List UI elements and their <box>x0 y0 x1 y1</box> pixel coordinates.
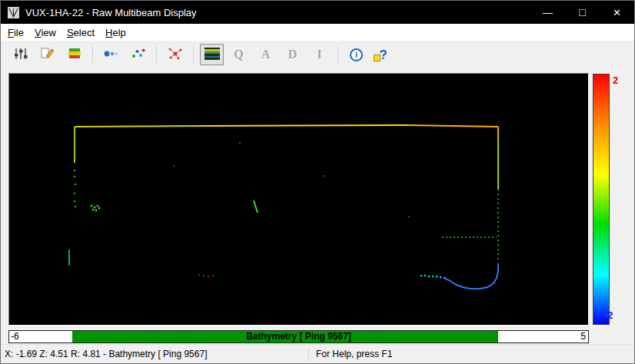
statusbar-help-text: For Help, press F1 <box>309 349 392 359</box>
toolbar-separator <box>193 46 194 63</box>
toolbar-separator <box>92 46 93 63</box>
toolbar: Q A D I i ? <box>1 41 634 68</box>
settings-sliders-button[interactable] <box>8 44 32 65</box>
info-button[interactable]: i <box>344 44 368 65</box>
toolbar-separator <box>156 46 157 63</box>
scatter-view-button[interactable] <box>126 44 150 65</box>
colorbar-min-value: 2 <box>607 309 613 321</box>
color-display-mode-button[interactable] <box>200 44 224 65</box>
letter-d-icon: D <box>288 48 298 61</box>
letter-q-icon: Q <box>234 48 243 61</box>
minimize-button[interactable]: — <box>530 1 565 24</box>
cursor-position-readout: X: -1.69 Z: 4.51 R: 4.81 - Bathymetry [ … <box>1 349 308 359</box>
colorbar-min-label: -2 <box>604 310 613 320</box>
display-canvas[interactable] <box>8 73 589 326</box>
menu-select[interactable]: Select <box>62 25 100 40</box>
colorbar-column: 2 -2 <box>593 73 635 326</box>
range-bar-label: Bathymetry [ Ping 9567] <box>9 331 588 342</box>
colorbar-gradient <box>593 74 610 325</box>
pencil-icon <box>40 47 55 63</box>
mode-i-button[interactable]: I <box>308 44 331 65</box>
menu-help[interactable]: Help <box>100 25 131 40</box>
title-bar: VUX-1HA-22 - Raw Multibeam Display — □ ✕ <box>1 1 634 24</box>
network-nodes-button[interactable] <box>163 44 187 65</box>
ping-scrollbar[interactable]: -6 5 Bathymetry [ Ping 9567] <box>8 330 589 343</box>
main-area: 2 -2 <box>1 68 634 329</box>
mode-a-button[interactable]: A <box>254 44 278 65</box>
point-trail-button[interactable] <box>99 44 123 65</box>
toolbar-separator <box>337 46 338 63</box>
help-button[interactable]: ? <box>371 44 395 65</box>
colorbar-max-label: 2 <box>613 75 618 85</box>
menu-bar: File View Select Help <box>1 24 634 41</box>
close-button[interactable]: ✕ <box>600 1 634 24</box>
multibeam-plot <box>9 74 588 325</box>
app-window: VUX-1HA-22 - Raw Multibeam Display — □ ✕… <box>0 0 635 364</box>
help-icon: ? <box>379 48 387 61</box>
colormap-icon <box>67 47 82 62</box>
network-icon <box>168 47 183 63</box>
linked-points-icon <box>103 47 119 63</box>
display-thumbnail-icon <box>204 48 220 62</box>
maximize-button[interactable]: □ <box>565 1 600 24</box>
menu-file[interactable]: File <box>2 25 29 40</box>
sliders-icon <box>13 47 28 63</box>
mode-q-button[interactable]: Q <box>227 44 251 65</box>
mode-d-button[interactable]: D <box>281 44 304 65</box>
color-palette-button[interactable] <box>62 44 86 65</box>
edit-button[interactable] <box>35 44 59 65</box>
scatter-icon <box>131 47 146 62</box>
menu-view[interactable]: View <box>29 25 62 40</box>
status-bar: X: -1.69 Z: 4.51 R: 4.81 - Bathymetry [ … <box>1 344 634 363</box>
letter-i-icon: I <box>317 48 321 61</box>
window-title: VUX-1HA-22 - Raw Multibeam Display <box>25 7 197 18</box>
app-icon <box>8 7 19 18</box>
ping-range-bar: -6 5 Bathymetry [ Ping 9567] <box>1 329 634 344</box>
info-icon: i <box>350 48 363 61</box>
letter-a-icon: A <box>261 48 271 61</box>
